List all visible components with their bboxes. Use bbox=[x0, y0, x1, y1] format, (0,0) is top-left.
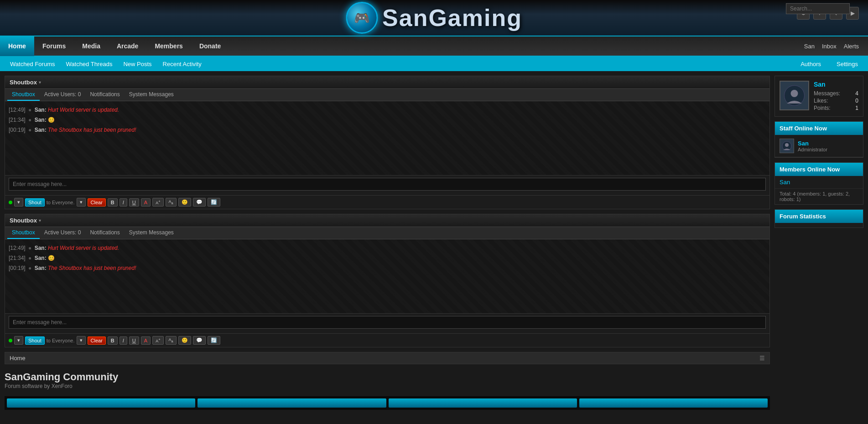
shoutbox-2-toolbar: ▾ Shout to Everyone. ▾ Clear B I U A A+ … bbox=[5, 333, 769, 347]
staff-name[interactable]: San bbox=[798, 140, 827, 147]
shout-button-2[interactable]: Shout bbox=[25, 336, 45, 345]
everyone-dropdown-2[interactable]: ▾ bbox=[77, 336, 86, 345]
shout-button-1[interactable]: Shout bbox=[25, 198, 45, 207]
color-palette-btn-1[interactable]: 💬 bbox=[193, 198, 206, 207]
shoutbox-1-tabs: Shoutbox Active Users: 0 Notifications S… bbox=[5, 89, 769, 101]
svg-point-1 bbox=[791, 90, 798, 97]
shoutbox-2-messages: [12:49] ● San: Hurt World server is upda… bbox=[5, 239, 769, 313]
underline-btn-2[interactable]: U bbox=[129, 336, 139, 345]
subnav-new-posts[interactable]: New Posts bbox=[118, 57, 157, 71]
font-size-up-btn-1[interactable]: A+ bbox=[152, 198, 163, 207]
shout-msg-2-3: [00:19] ● San: The Shoutbox has just bee… bbox=[9, 263, 766, 273]
dropdown-btn[interactable]: ▾ bbox=[14, 198, 23, 207]
staff-online-widget: Staff Online Now San Administrator bbox=[774, 121, 863, 158]
profile-area: San Messages: 4 Likes: 0 Points: 1 bbox=[775, 76, 863, 116]
shoutbox-2-chevron: ▾ bbox=[39, 218, 41, 223]
emoji-btn-1[interactable]: 🙂 bbox=[178, 198, 191, 207]
bottom-section bbox=[5, 396, 770, 410]
shoutbox-2: Shoutbox ▾ Shoutbox Active Users: 0 Noti… bbox=[5, 214, 770, 347]
site-logo: 🎮 SanGaming bbox=[346, 2, 522, 34]
members-online-header: Members Online Now bbox=[775, 163, 863, 176]
bottom-row bbox=[7, 398, 768, 408]
shoutbox-1-tab-system-messages[interactable]: System Messages bbox=[125, 89, 178, 101]
shoutbox-2-tab-notifications[interactable]: Notifications bbox=[85, 227, 124, 239]
shoutbox-1-messages: [12:49] ● San: Hurt World server is upda… bbox=[5, 101, 769, 175]
color-palette-btn-2[interactable]: 💬 bbox=[193, 336, 206, 345]
shoutbox-2-tab-active-users[interactable]: Active Users: 0 bbox=[40, 227, 86, 239]
shoutbox-2-tab-shoutbox[interactable]: Shoutbox bbox=[7, 227, 40, 239]
bold-btn-1[interactable]: B bbox=[108, 198, 118, 207]
online-dot-2 bbox=[9, 339, 12, 342]
subnav-watched-threads[interactable]: Watched Threads bbox=[61, 57, 118, 71]
forum-stats-header: Forum Statistics bbox=[775, 210, 863, 223]
breadcrumb-settings-icon[interactable]: ☰ bbox=[759, 355, 765, 362]
clear-button-1[interactable]: Clear bbox=[88, 198, 106, 207]
likes-label: Likes: bbox=[814, 98, 828, 104]
shout-msg-2: [21:34] ● San: 😊 bbox=[9, 115, 766, 125]
messages-val: 4 bbox=[855, 90, 858, 97]
breadcrumb[interactable]: Home bbox=[10, 355, 26, 362]
clear-button-2[interactable]: Clear bbox=[88, 336, 106, 345]
shoutbox-2-header[interactable]: Shoutbox ▾ bbox=[5, 214, 769, 227]
subnav-watched-forums[interactable]: Watched Forums bbox=[5, 57, 61, 71]
refresh-btn-2[interactable]: 🔄 bbox=[208, 336, 220, 345]
nav-user-area: San Inbox Alerts bbox=[804, 43, 868, 50]
shoutbox-1-header[interactable]: Shoutbox ▾ bbox=[5, 76, 769, 89]
search-input[interactable] bbox=[786, 3, 850, 14]
main-nav: Home Forums Media Arcade Members Donate … bbox=[0, 36, 868, 57]
member-name[interactable]: San bbox=[780, 179, 790, 186]
shoutbox-2-tabs: Shoutbox Active Users: 0 Notifications S… bbox=[5, 227, 769, 239]
refresh-btn-1[interactable]: 🔄 bbox=[208, 198, 220, 207]
nav-inbox-link[interactable]: Inbox bbox=[822, 43, 837, 50]
shoutbox-1-chevron: ▾ bbox=[39, 80, 41, 85]
font-color-btn-2[interactable]: A bbox=[141, 336, 151, 345]
everyone-dropdown-1[interactable]: ▾ bbox=[77, 198, 86, 207]
underline-btn-1[interactable]: U bbox=[129, 198, 139, 207]
breadcrumb-bar: Home ☰ bbox=[5, 352, 770, 364]
site-name: SanGaming bbox=[382, 4, 522, 31]
points-val: 1 bbox=[855, 105, 858, 111]
nav-arcade[interactable]: Arcade bbox=[109, 36, 146, 56]
italic-btn-1[interactable]: I bbox=[120, 198, 127, 207]
forum-stats-widget: Forum Statistics bbox=[774, 209, 863, 228]
shoutbox-1-tab-active-users[interactable]: Active Users: 0 bbox=[40, 89, 86, 101]
nav-alerts-link[interactable]: Alerts bbox=[844, 43, 859, 50]
to-label-1: to Everyone. bbox=[47, 200, 75, 205]
search-box bbox=[786, 3, 850, 14]
subnav-right: Authors Settings bbox=[795, 57, 863, 71]
subnav-authors[interactable]: Authors bbox=[795, 57, 826, 71]
shoutbox-1: Shoutbox ▾ Shoutbox Active Users: 0 Noti… bbox=[5, 76, 770, 209]
bottom-cell-3 bbox=[389, 398, 577, 408]
shoutbox-2-input[interactable] bbox=[9, 316, 766, 329]
shoutbox-1-input[interactable] bbox=[9, 178, 766, 191]
nav-forums[interactable]: Forums bbox=[34, 36, 74, 56]
members-online-widget: Members Online Now San Total: 4 (members… bbox=[774, 162, 863, 205]
font-size-up-btn-2[interactable]: A+ bbox=[152, 336, 163, 345]
staff-online-header: Staff Online Now bbox=[775, 122, 863, 135]
nav-user-link[interactable]: San bbox=[804, 43, 815, 50]
profile-username[interactable]: San bbox=[814, 81, 858, 88]
font-color-btn-1[interactable]: A bbox=[141, 198, 151, 207]
dropdown-btn-2[interactable]: ▾ bbox=[14, 336, 23, 345]
bottom-cell-2 bbox=[198, 398, 386, 408]
shout-msg-3: [00:19] ● San: The Shoutbox has just bee… bbox=[9, 125, 766, 135]
shoutbox-2-tab-system-messages[interactable]: System Messages bbox=[125, 227, 178, 239]
shoutbox-1-tab-shoutbox[interactable]: Shoutbox bbox=[7, 89, 40, 101]
main-container: Shoutbox ▾ Shoutbox Active Users: 0 Noti… bbox=[0, 71, 868, 414]
font-size-down-btn-2[interactable]: Aa bbox=[166, 336, 177, 345]
italic-btn-2[interactable]: I bbox=[120, 336, 127, 345]
nav-media[interactable]: Media bbox=[74, 36, 109, 56]
emoji-btn-2[interactable]: 🙂 bbox=[178, 336, 191, 345]
member-item-san: San bbox=[775, 176, 863, 189]
subnav-settings[interactable]: Settings bbox=[831, 57, 863, 71]
nav-home[interactable]: Home bbox=[0, 36, 34, 56]
nav-donate[interactable]: Donate bbox=[191, 36, 229, 56]
shoutbox-1-tab-notifications[interactable]: Notifications bbox=[85, 89, 124, 101]
community-title-area: SanGaming Community Forum software by Xe… bbox=[5, 369, 770, 392]
to-label-2: to Everyone. bbox=[47, 338, 75, 343]
staff-avatar-image bbox=[782, 141, 792, 151]
subnav-recent-activity[interactable]: Recent Activity bbox=[157, 57, 207, 71]
nav-members[interactable]: Members bbox=[146, 36, 191, 56]
font-size-down-btn-1[interactable]: Aa bbox=[166, 198, 177, 207]
bold-btn-2[interactable]: B bbox=[108, 336, 118, 345]
